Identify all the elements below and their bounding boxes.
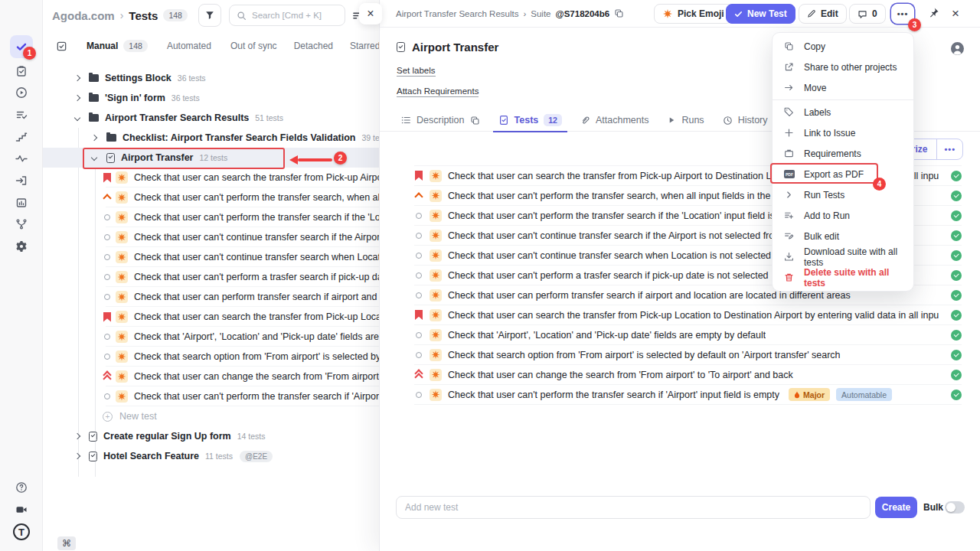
bulk-toggle[interactable] <box>945 501 965 514</box>
copy-icon[interactable] <box>470 116 480 126</box>
svg-text:PDF: PDF <box>786 172 793 177</box>
tree-item-label: Hotel Search Feature <box>103 451 199 461</box>
chevron-right-icon[interactable] <box>74 75 80 81</box>
attach-requirements-link[interactable]: Attach Requirements <box>397 86 479 97</box>
collision-emoji-icon <box>116 390 128 403</box>
check-icon <box>734 10 743 18</box>
sidebar-item-tests[interactable]: 1 <box>10 35 33 58</box>
tab-manual[interactable]: Manual <box>87 41 118 51</box>
tab-tests[interactable]: Tests 12 <box>498 109 562 132</box>
menu-item-run-tests[interactable]: Run Tests <box>773 184 913 205</box>
command-key-badge: ⌘ <box>57 536 76 550</box>
priority-icon <box>103 351 112 362</box>
comments-button[interactable]: 0 <box>849 4 886 24</box>
create-button[interactable]: Create <box>875 497 917 518</box>
test-title: Check that user can change the search fr… <box>448 370 793 380</box>
sidebar-item-branches[interactable] <box>10 213 33 236</box>
menu-item-move[interactable]: Move <box>773 77 913 98</box>
test-row[interactable]: Check that user can search the transfer … <box>414 305 962 325</box>
pin-button[interactable] <box>928 7 939 18</box>
sidebar-item-help[interactable] <box>10 476 33 499</box>
copy-icon[interactable] <box>614 8 624 18</box>
menu-item-export-pdf[interactable]: PDF Export as PDF 4 <box>773 164 913 184</box>
collision-emoji-icon <box>430 349 442 361</box>
test-row[interactable]: Check that user can't perform the transf… <box>414 385 962 405</box>
breadcrumb-separator: › <box>120 9 124 21</box>
test-row[interactable]: Check that search option from 'From airp… <box>414 345 962 365</box>
priority-icon <box>414 191 423 201</box>
sidebar-item-checklists[interactable] <box>10 103 33 126</box>
sidebar-item-runs[interactable] <box>10 81 33 104</box>
priority-icon <box>103 172 112 183</box>
branch-icon <box>15 218 28 230</box>
tab-out-of-sync[interactable]: Out of sync <box>230 41 277 51</box>
status-check-icon <box>951 290 962 301</box>
tab-description[interactable]: Description <box>400 109 480 132</box>
collision-emoji-icon <box>430 210 442 222</box>
edit-button[interactable]: Edit <box>799 4 847 24</box>
play-icon <box>667 116 676 125</box>
briefcase-icon <box>784 148 794 158</box>
pulse-icon <box>15 152 28 165</box>
set-labels-link[interactable]: Set labels <box>397 66 436 77</box>
select-all-icon <box>56 41 67 52</box>
app-logo[interactable]: T <box>10 520 33 543</box>
tab-attachments[interactable]: Attachments <box>580 109 648 132</box>
menu-item-download-suite[interactable]: Download suite with all tests <box>773 246 913 267</box>
sidebar-item-settings[interactable] <box>10 235 33 258</box>
menu-item-requirements[interactable]: Requirements <box>773 143 913 164</box>
summarize-more-button[interactable]: ••• <box>937 139 962 159</box>
menu-item-share[interactable]: Share to other projects <box>773 57 913 77</box>
menu-item-add-to-run[interactable]: Add to Run <box>773 205 913 226</box>
menu-item-delete-suite[interactable]: Delete suite with all tests <box>773 267 913 288</box>
select-tests-button[interactable] <box>56 41 67 52</box>
sidebar-item-tutorials[interactable] <box>10 498 33 521</box>
sidebar-item-analytics[interactable] <box>10 147 33 170</box>
collision-emoji-icon <box>116 231 128 243</box>
priority-icon <box>414 390 423 400</box>
collision-emoji-icon <box>116 191 128 204</box>
manual-count-badge: 148 <box>123 40 148 52</box>
menu-item-bulk-edit[interactable]: Bulk edit <box>773 226 913 246</box>
tab-detached[interactable]: Detached <box>294 41 333 51</box>
chevron-right-icon[interactable] <box>74 95 80 101</box>
sidebar-item-reports[interactable] <box>10 191 33 214</box>
breadcrumb-parent[interactable]: Airport Transfer Search Results <box>396 9 518 18</box>
test-title: Check that search option from 'From airp… <box>448 350 841 360</box>
chevron-down-icon[interactable] <box>91 155 97 161</box>
menu-item-link-to-issue[interactable]: Link to Issue <box>773 122 913 143</box>
chevron-down-icon[interactable] <box>74 115 80 121</box>
tab-automated[interactable]: Automated <box>167 41 211 51</box>
tab-history[interactable]: History <box>723 109 768 132</box>
breadcrumb-project[interactable]: Agoda.com <box>52 9 115 22</box>
pick-emoji-button[interactable]: Pick Emoji <box>654 4 733 24</box>
suite-title-row: Airport Transfer <box>397 41 498 54</box>
sidebar-item-plans[interactable] <box>10 60 33 83</box>
menu-item-labels[interactable]: Labels <box>773 102 913 122</box>
folder-icon <box>89 74 99 82</box>
test-row[interactable]: Check that user can change the search fr… <box>414 365 962 385</box>
arrow-shaft <box>298 158 332 161</box>
tree-item-count: 11 tests <box>205 452 233 461</box>
drawer-header-close-button[interactable]: × <box>952 6 959 21</box>
collision-emoji-icon <box>116 370 128 383</box>
chevron-right-icon[interactable] <box>74 453 80 459</box>
search-input[interactable]: Search [Cmd + K] <box>229 5 345 26</box>
chevron-right-icon[interactable] <box>74 433 80 439</box>
test-doc-icon <box>498 115 509 126</box>
menu-item-copy[interactable]: Copy <box>773 36 913 57</box>
new-test-label: New test <box>119 411 157 422</box>
user-avatar[interactable] <box>951 42 964 55</box>
chevron-right-icon[interactable] <box>91 135 97 141</box>
test-row[interactable]: Check that 'Airport', 'Location' and 'Pi… <box>414 325 962 345</box>
tests-tab-count: 12 <box>544 114 562 126</box>
filter-button[interactable] <box>198 4 221 27</box>
sidebar-item-import[interactable] <box>10 169 33 192</box>
test-title: Check that user can't perform the transf… <box>448 210 803 221</box>
tab-runs[interactable]: Runs <box>667 109 704 132</box>
sidebar-item-steps[interactable] <box>10 126 33 148</box>
tab-starred[interactable]: Starred <box>350 41 380 51</box>
new-test-button[interactable]: New Test <box>726 4 795 24</box>
add-new-test-input[interactable] <box>396 496 871 519</box>
drawer-close-button[interactable]: × <box>359 3 382 24</box>
